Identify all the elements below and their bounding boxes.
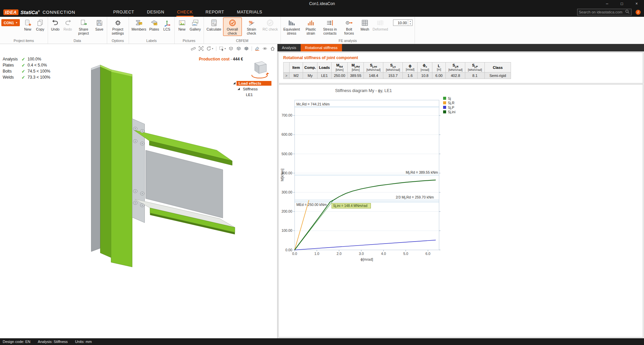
- ribbon-button-overall-check[interactable]: Overall check: [223, 17, 242, 36]
- expander-icon[interactable]: [233, 82, 235, 84]
- spinner-arrows[interactable]: ▴▾: [408, 20, 412, 26]
- ribbon-button-new[interactable]: New: [176, 17, 188, 32]
- ribbon-button-label: Share project: [76, 27, 92, 35]
- ribbon-button-stress-in-contacts[interactable]: Stress in contacts: [320, 17, 339, 36]
- production-cost: Production cost-444 €: [199, 57, 243, 61]
- tree-item-label: LE1: [244, 92, 255, 97]
- cube-wire-icon[interactable]: [228, 46, 233, 51]
- search-icon[interactable]: [625, 9, 630, 15]
- tree-item-le1[interactable]: LE1: [233, 92, 271, 97]
- ribbon-button-project-settings[interactable]: Project settings: [109, 17, 127, 36]
- cube-solid-icon[interactable]: [244, 46, 249, 51]
- chevron-down-icon[interactable]: ▾: [225, 47, 226, 50]
- search-input[interactable]: [579, 10, 625, 14]
- ribbon-button-lcs[interactable]: LCS: [161, 17, 173, 32]
- ribbon-button-label: Undo: [51, 27, 59, 31]
- row-expander-icon[interactable]: >: [284, 73, 290, 79]
- ribbon-button-gallery[interactable]: Gallery: [188, 17, 202, 32]
- ribbon-button-label: Project settings: [110, 27, 126, 35]
- navigation-cube[interactable]: [249, 60, 269, 82]
- svg-text:1.0: 1.0: [314, 252, 319, 256]
- menu-item-project[interactable]: PROJECT: [113, 7, 135, 17]
- ribbon-button-bolt-forces[interactable]: Bolt forces: [340, 17, 358, 36]
- ribbon-button-plastic-strain[interactable]: Plastic strain: [301, 17, 320, 36]
- clip-plane-icon[interactable]: [255, 46, 260, 51]
- svg-text:0.00: 0.00: [286, 248, 293, 252]
- spinner-up-icon[interactable]: ▴: [410, 20, 411, 23]
- ribbon-group-labels: MembersPlatesLCSLabels: [129, 17, 175, 44]
- summary-label: Welds: [3, 75, 22, 80]
- table-header-class: Class: [485, 62, 511, 73]
- menu-item-report[interactable]: REPORT: [205, 7, 225, 17]
- ribbon-button-plates[interactable]: Plates: [148, 17, 160, 32]
- menu-item-check[interactable]: CHECK: [176, 7, 194, 17]
- summary-label: Analysis: [3, 57, 22, 61]
- minimize-button[interactable]: –: [600, 0, 614, 7]
- search-box[interactable]: [577, 9, 632, 15]
- summary-label: Bolts: [3, 69, 22, 74]
- close-button[interactable]: ×: [629, 0, 644, 7]
- table-header-s-j-p: Sj,P[MNm/rad]: [465, 62, 485, 73]
- viewport-3d[interactable]: Analysis✓100.0%Plates✓0.4 < 5.0%Bolts✓74…: [0, 44, 277, 338]
- svg-text:Sj,ini: Sj,ini: [448, 110, 456, 114]
- ribbon-button-copy[interactable]: Copy: [34, 17, 46, 32]
- statusbar: Design code: ENAnalysis: StiffnessUnits:…: [0, 338, 644, 345]
- ribbon-button-undo[interactable]: Undo: [49, 17, 61, 32]
- app-header: IDEA StatiCa® CONNECTION PROJECTDESIGNCH…: [0, 7, 644, 17]
- results-panel: AnalysisRotational stiffness Rotational …: [277, 44, 644, 338]
- status-item-design-code: Design code: EN: [3, 340, 31, 344]
- tab-rotational-stiffness[interactable]: Rotational stiffness: [301, 44, 342, 51]
- ribbon-button-save[interactable]: Save: [93, 17, 105, 32]
- camera-view-icon[interactable]: [262, 46, 267, 51]
- tree-item-load-effects[interactable]: Load effects: [233, 80, 271, 86]
- stiffness-chart-card: 0.00100.00200.00300.00400.00500.00600.00…: [278, 84, 643, 337]
- ribbon-button-mesh[interactable]: Mesh: [359, 17, 371, 32]
- svg-text:200.00: 200.00: [282, 209, 292, 213]
- rotate-view-icon[interactable]: ▾: [206, 46, 213, 51]
- ribbon-button-calculate[interactable]: Calculate: [205, 17, 223, 32]
- ribbon-button-label: Stress in contacts: [322, 27, 338, 35]
- chevron-down-icon[interactable]: ▾: [212, 47, 213, 50]
- svg-text:0.0: 0.0: [292, 252, 297, 256]
- svg-text:Sj,P: Sj,P: [448, 105, 454, 110]
- strain-check-icon: %: [248, 18, 256, 27]
- maximize-button[interactable]: □: [614, 0, 629, 7]
- project-item-combo[interactable]: CON1▾: [1, 19, 20, 26]
- tree-item-stiffness[interactable]: Stiffness: [233, 86, 271, 92]
- home-icon[interactable]: [270, 46, 275, 51]
- cube-shade-icon[interactable]: [236, 46, 241, 51]
- results-tabs: AnalysisRotational stiffness: [277, 44, 644, 51]
- ribbon-button-label: Equivalent stress: [284, 27, 300, 35]
- search-icon[interactable]: [625, 9, 630, 15]
- equivalent-stress-icon: [288, 18, 296, 27]
- ribbon-button-share-project[interactable]: Share project: [74, 17, 93, 36]
- summary-row-welds: Welds✓73.3 < 100%: [3, 74, 50, 80]
- select-rect-icon[interactable]: ▾: [219, 46, 226, 51]
- new-picture-icon: [178, 18, 186, 27]
- check-icon: ✓: [22, 75, 28, 80]
- ribbon-group-label: Options: [109, 38, 127, 44]
- help-icon[interactable]: i: [636, 10, 641, 15]
- ribbon-button-equivalent-stress[interactable]: Equivalent stress: [282, 17, 301, 36]
- ribbon-button-new[interactable]: New: [22, 17, 34, 32]
- ribbon-button-strain-check[interactable]: %Strain check: [242, 17, 261, 36]
- spinner-down-icon[interactable]: ▾: [410, 23, 411, 26]
- zoom-fit-icon[interactable]: [199, 46, 204, 51]
- ribbon: CON1▾NewCopyProject itemsUndoRedoShare p…: [0, 17, 644, 44]
- measure-icon[interactable]: [191, 46, 196, 51]
- ribbon-group-cbfem: CalculateOverall check%Strain checkRC ch…: [204, 17, 281, 44]
- menu-item-design[interactable]: DESIGN: [146, 7, 165, 17]
- svg-text:Mj,Rd = 389.55 kNm: Mj,Rd = 389.55 kNm: [406, 170, 438, 174]
- table-header-expander: [284, 62, 290, 73]
- tab-analysis[interactable]: Analysis: [277, 44, 301, 51]
- ribbon-button-members[interactable]: Members: [130, 17, 148, 32]
- expander-icon[interactable]: [238, 88, 240, 90]
- stiffness-table-row[interactable]: >M2MyLE1250.00389.55148.4153.71.610.86.0…: [284, 73, 511, 79]
- mesh-size-spinner[interactable]: 10.00▴▾: [393, 19, 413, 26]
- rc-check-icon: [266, 18, 274, 27]
- table-header-s-j-s: Sj,s[MNm/rad]: [383, 62, 403, 73]
- svg-text:Mc,Rd = 744.21 kNm: Mc,Rd = 744.21 kNm: [296, 102, 330, 106]
- statica-wordmark: StatiCa®: [20, 9, 40, 15]
- menu-item-materials[interactable]: MATERIALS: [236, 7, 263, 17]
- window-title: Con1.ideaCon: [0, 1, 644, 6]
